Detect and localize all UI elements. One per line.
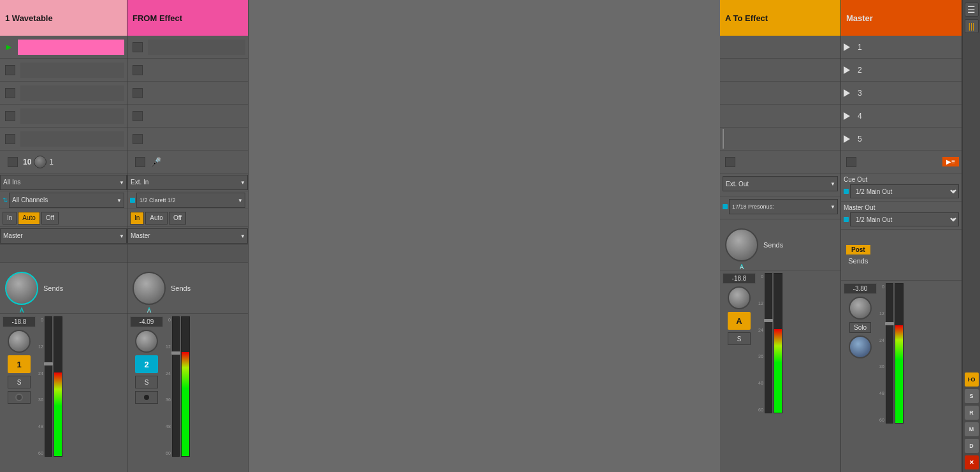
channel-select-from[interactable]: 1/2 Clarett 1/2 (136, 193, 245, 208)
m-btn[interactable]: M (965, 422, 979, 436)
clip-empty[interactable] (20, 85, 124, 101)
stop-btn-to[interactable] (725, 157, 735, 167)
menu-btn[interactable]: ☰ (965, 3, 979, 17)
clip-slot[interactable] (5, 65, 15, 75)
clip-empty-from-1[interactable] (148, 40, 245, 55)
track-id-btn-from[interactable]: 2 (135, 355, 158, 373)
d-btn[interactable]: D (965, 439, 979, 453)
bars-btn[interactable]: ||| (965, 19, 979, 33)
launch-row-to (720, 151, 840, 173)
clip-slot-from-3[interactable] (133, 88, 143, 98)
output-select-wrapper-wavetable[interactable]: Master ▼ (0, 228, 127, 244)
master-out-wrapper[interactable]: 1/2 Main Out ▼ (850, 212, 959, 226)
rec-btn-wavetable[interactable] (8, 157, 18, 167)
clip-slot[interactable] (5, 88, 15, 98)
fader-track-from[interactable] (172, 316, 180, 457)
clip-num-1: 1 (858, 43, 862, 52)
sends-knob-wavetable[interactable] (5, 272, 38, 305)
cue-out-select[interactable]: 1/2 Main Out (850, 184, 959, 198)
vol-knob-wavetable[interactable] (8, 330, 31, 353)
track-id-btn-to[interactable]: A (728, 312, 751, 330)
vol-knob-to[interactable] (728, 286, 751, 309)
clip-slot-from-5[interactable] (133, 134, 143, 144)
fader-track-master[interactable] (886, 283, 893, 424)
input-select-wrapper-from[interactable]: Ext. In ▼ (127, 175, 248, 190)
s-btn[interactable]: S (965, 389, 979, 403)
sends-knob-label-to: A (740, 264, 744, 270)
presonus-select[interactable]: 17/18 Presonus: (729, 199, 838, 214)
r-btn[interactable]: R (965, 406, 979, 420)
arm-btn-wavetable[interactable] (8, 391, 31, 404)
fader-area-from: -4.09 2 S 0 12 24 36 48 60 (127, 314, 248, 472)
monitor-in-btn-wavetable[interactable]: In (3, 212, 17, 225)
output-select-wrapper-from[interactable]: Master ▼ (127, 228, 248, 244)
launch-btn-master[interactable]: ▶≡ (942, 157, 959, 166)
fader-handle-from[interactable] (171, 351, 180, 355)
rec-btn-from[interactable] (135, 157, 145, 167)
input-select-wrapper[interactable]: All Ins ▼ (0, 175, 127, 190)
vol-display-wavetable: -18.8 (3, 316, 36, 327)
clip-slot-from-4[interactable] (133, 111, 143, 121)
input-select-wavetable[interactable]: All Ins (0, 175, 127, 190)
fader-track-to[interactable] (765, 273, 772, 413)
ext-out-wrapper[interactable]: Ext. Out ▼ (723, 176, 838, 191)
vol-knob-from[interactable] (135, 330, 158, 353)
input-select-from[interactable]: Ext. In (127, 175, 248, 190)
channel-dropdown-row-wavetable: ⇅ All Channels ▼ (0, 191, 127, 209)
output-select-from[interactable]: Master (127, 228, 248, 244)
play-btn-master-5[interactable] (844, 135, 850, 143)
presonus-wrapper[interactable]: 17/18 Presonus: ▼ (729, 199, 838, 214)
channel-select-wrapper-from[interactable]: 1/2 Clarett 1/2 ▼ (136, 193, 245, 208)
clip-empty[interactable] (20, 108, 124, 124)
active-clip-wavetable[interactable] (18, 40, 124, 55)
track-id-btn-wavetable[interactable]: 1 (8, 355, 31, 373)
pan-knob-wavetable[interactable] (34, 156, 47, 168)
io-btn[interactable]: I·O (965, 372, 979, 387)
headphone-knob-master[interactable] (849, 336, 872, 358)
sends-knob-from[interactable] (133, 272, 166, 305)
output-dropdown-row-wavetable: Master ▼ (0, 227, 127, 245)
solo-btn-to[interactable]: S (728, 332, 751, 345)
post-btn-master[interactable]: Post (846, 245, 870, 254)
channel-select-wrapper[interactable]: All Channels ▼ (9, 193, 124, 208)
play-btn-master-3[interactable] (844, 89, 850, 97)
play-btn-master-2[interactable] (844, 66, 850, 74)
solo-btn-master[interactable]: Solo (849, 322, 871, 333)
play-btn-master-4[interactable] (844, 112, 850, 120)
mic-icon-from: 🎤 (150, 157, 161, 167)
clip-row-5-from (127, 128, 248, 151)
monitor-off-btn-wavetable[interactable]: Off (41, 212, 59, 225)
clip-empty[interactable] (20, 131, 124, 147)
fader-handle-master[interactable] (885, 322, 894, 325)
output-select-wavetable[interactable]: Master (0, 228, 127, 244)
fader-track-wavetable[interactable] (45, 316, 52, 457)
monitor-auto-btn-wavetable[interactable]: Auto (18, 212, 40, 225)
ext-out-select[interactable]: Ext. Out (723, 176, 838, 191)
fader-handle-to[interactable] (764, 319, 773, 322)
play-btn-master-1[interactable] (844, 43, 850, 51)
sends-knob-to[interactable] (725, 228, 758, 262)
clip-slot-from-1[interactable] (133, 42, 143, 52)
master-out-select[interactable]: 1/2 Main Out (850, 212, 959, 226)
monitor-in-btn-from[interactable]: In (130, 212, 144, 225)
clip-slot-from-2[interactable] (133, 65, 143, 75)
channel-select-wavetable[interactable]: All Channels (9, 193, 124, 208)
track-num-row-wavetable: 10 1 (0, 151, 127, 173)
solo-btn-wavetable[interactable]: S (8, 376, 31, 388)
arm-btn-from[interactable] (135, 391, 158, 404)
x-btn[interactable]: ✕ (965, 455, 979, 469)
fader-handle-wavetable[interactable] (44, 362, 53, 365)
stop-btn-master[interactable] (846, 157, 856, 167)
clip-empty[interactable] (20, 63, 124, 78)
cue-out-wrapper[interactable]: 1/2 Main Out ▼ (850, 184, 959, 198)
monitor-auto-btn-from[interactable]: Auto (145, 212, 168, 225)
clip-slot[interactable] (5, 134, 15, 144)
channel-header-from-effect: FROM Effect (127, 0, 248, 36)
play-button-wavetable[interactable]: ▶ (3, 41, 15, 54)
monitor-off-btn-from[interactable]: Off (169, 212, 186, 225)
vol-knob-master[interactable] (849, 297, 872, 320)
channel-title-to-effect: A To Effect (725, 13, 768, 23)
solo-btn-from[interactable]: S (135, 376, 158, 388)
clip-slot[interactable] (5, 111, 15, 121)
clip-row-3-wavetable (0, 82, 127, 105)
